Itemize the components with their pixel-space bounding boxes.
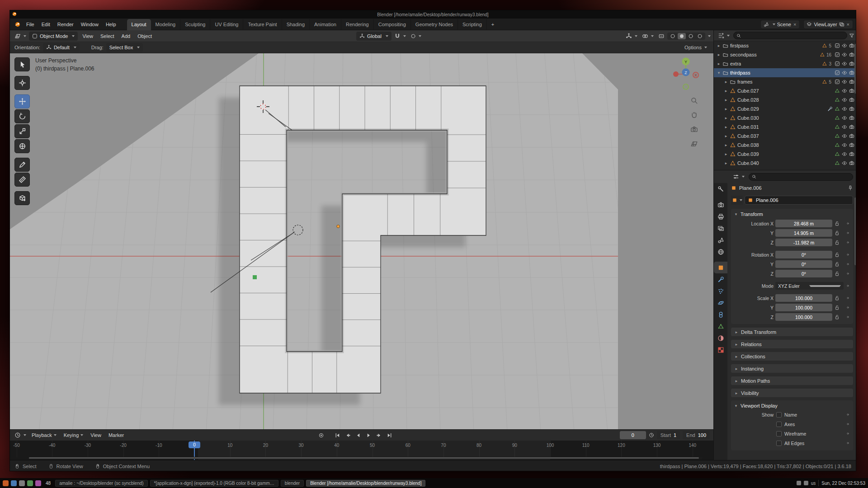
eye-icon[interactable] bbox=[842, 160, 847, 166]
eye-icon[interactable] bbox=[842, 115, 847, 121]
lock-icon[interactable] bbox=[834, 314, 840, 320]
animate-dot[interactable] bbox=[845, 422, 850, 427]
workspace-tab-texture-paint[interactable]: Texture Paint bbox=[243, 19, 282, 30]
outliner-row-cube-037[interactable]: ▸Cube.037 bbox=[714, 131, 856, 141]
taskbar-window[interactable]: *[application-x-dgn] (exported)-1.0 (RGB… bbox=[150, 480, 278, 487]
tool-annotate[interactable] bbox=[14, 158, 30, 172]
outliner-row-extra[interactable]: ▸extra3 bbox=[714, 59, 856, 68]
disclosure-triangle[interactable]: ▸ bbox=[724, 80, 728, 84]
properties-tab-render[interactable] bbox=[714, 199, 727, 211]
eye-icon[interactable] bbox=[842, 43, 847, 48]
properties-tab-object-data[interactable] bbox=[714, 320, 727, 332]
frame-start-field[interactable]: Start 1 bbox=[657, 431, 680, 439]
outliner-row-cube-038[interactable]: ▸Cube.038 bbox=[714, 141, 856, 150]
navigation-gizmo[interactable]: Y Z X bbox=[670, 57, 702, 93]
animate-dot[interactable] bbox=[845, 240, 850, 245]
lock-icon[interactable] bbox=[834, 261, 840, 267]
object-name-field[interactable]: Plane.006 bbox=[745, 196, 853, 205]
next-keyframe-button[interactable] bbox=[374, 431, 383, 439]
collection-checkbox[interactable] bbox=[835, 43, 840, 48]
eye-icon[interactable] bbox=[842, 61, 847, 66]
xray-toggle[interactable] bbox=[656, 32, 666, 41]
tray-icon[interactable] bbox=[797, 481, 801, 485]
animate-dot[interactable] bbox=[845, 441, 850, 446]
play-reverse-button[interactable] bbox=[354, 431, 363, 439]
viewport-menu-object[interactable]: Object bbox=[134, 31, 156, 42]
timeline-menu-playback[interactable]: Playback bbox=[28, 430, 60, 441]
taskbar-window[interactable]: amalie : ~/Desktop/blender (sc syncblend… bbox=[55, 480, 147, 487]
playhead-chip[interactable]: 0 bbox=[189, 441, 200, 448]
gizmo-x-neg-ball[interactable] bbox=[673, 71, 679, 77]
eye-icon[interactable] bbox=[842, 124, 847, 130]
stopwatch-icon[interactable] bbox=[649, 432, 654, 438]
animate-dot[interactable] bbox=[845, 221, 850, 226]
shading-material-button[interactable] bbox=[687, 33, 695, 39]
app-menu-button[interactable] bbox=[13, 20, 23, 29]
timeline-menu-view[interactable]: View bbox=[87, 430, 105, 441]
workspace-tab-geometry-nodes[interactable]: Geometry Nodes bbox=[411, 19, 458, 30]
copy-icon[interactable] bbox=[839, 22, 844, 27]
workspace-tab-rendering[interactable]: Rendering bbox=[341, 19, 374, 30]
text-editor-icon[interactable] bbox=[27, 480, 33, 486]
viewport-menu-view[interactable]: View bbox=[79, 31, 97, 42]
outliner-row-cube-031[interactable]: ▸Cube.031 bbox=[714, 122, 856, 131]
outliner-row-firstpass[interactable]: ▸firstpass5 bbox=[714, 41, 856, 50]
shading-rendered-button[interactable] bbox=[696, 33, 704, 39]
animate-dot[interactable] bbox=[845, 305, 850, 310]
disclosure-triangle[interactable]: ▸ bbox=[724, 116, 728, 120]
eye-icon[interactable] bbox=[842, 52, 847, 57]
shading-solid-button[interactable] bbox=[678, 33, 686, 39]
ortho-grid-icon[interactable] bbox=[690, 140, 698, 148]
eye-icon[interactable] bbox=[842, 97, 847, 103]
eye-icon[interactable] bbox=[842, 88, 847, 94]
outliner-editor-type-button[interactable] bbox=[716, 31, 731, 40]
transform-panel-header[interactable]: ▾ Transform bbox=[734, 210, 850, 218]
pin-icon[interactable] bbox=[848, 185, 853, 191]
timeline-scrollbar[interactable] bbox=[28, 457, 703, 459]
options-dropdown[interactable]: Options bbox=[683, 43, 709, 52]
lock-icon[interactable] bbox=[834, 271, 840, 277]
menu-file[interactable]: File bbox=[23, 19, 38, 30]
filter-icon[interactable] bbox=[849, 33, 854, 38]
eye-icon[interactable] bbox=[842, 106, 847, 112]
disclosure-triangle[interactable]: ▸ bbox=[724, 89, 728, 93]
camera-icon[interactable] bbox=[849, 97, 854, 103]
animate-dot[interactable] bbox=[845, 431, 850, 436]
eye-icon[interactable] bbox=[842, 133, 847, 139]
properties-tab-modifiers[interactable] bbox=[714, 273, 727, 285]
prev-keyframe-button[interactable] bbox=[343, 431, 352, 439]
outliner-row-cube-029[interactable]: ▸Cube.029 bbox=[714, 104, 856, 113]
shading-wireframe-button[interactable] bbox=[669, 33, 677, 39]
outliner-row-cube-039[interactable]: ▸Cube.039 bbox=[714, 150, 856, 159]
animate-dot[interactable] bbox=[845, 283, 850, 288]
workspace-tab-shading[interactable]: Shading bbox=[282, 19, 310, 30]
tool-tweak-select[interactable] bbox=[14, 57, 30, 71]
properties-tab-tool[interactable] bbox=[714, 183, 727, 195]
properties-tab-physics[interactable] bbox=[714, 297, 727, 309]
camera-icon[interactable] bbox=[849, 160, 854, 166]
number-field[interactable]: -11.982 m bbox=[775, 239, 832, 246]
workspace-tab-modeling[interactable]: Modeling bbox=[151, 19, 181, 30]
taskbar-window[interactable]: blender bbox=[281, 480, 304, 487]
panel-delta-transform[interactable]: ▸Delta Transform bbox=[731, 328, 853, 336]
viewport-3d[interactable]: User Perspective (0) thirdpass | Plane.0… bbox=[10, 53, 713, 429]
properties-tab-particles[interactable] bbox=[714, 285, 727, 297]
mode-dropdown[interactable]: Object Mode bbox=[29, 32, 78, 41]
number-field[interactable]: 14.905 m bbox=[775, 229, 832, 237]
add-workspace-button[interactable]: + bbox=[487, 19, 499, 30]
properties-tab-constraints[interactable] bbox=[714, 309, 727, 320]
drag-mode-dropdown[interactable]: Select Box bbox=[106, 43, 143, 52]
timeline-ruler[interactable]: -50-40-30-20-100102030405060708090100110… bbox=[10, 441, 713, 460]
orientation-default-dropdown[interactable]: Default bbox=[43, 43, 80, 52]
timeline-menu-marker[interactable]: Marker bbox=[105, 430, 127, 441]
current-frame-field[interactable]: 0 bbox=[620, 431, 646, 439]
selected-marker[interactable] bbox=[253, 275, 257, 279]
taskbar-window[interactable]: Blender [/home/amalie/Desktop/blender/ru… bbox=[306, 480, 425, 487]
viewport-display-header[interactable]: ▾ Viewport Display bbox=[734, 402, 850, 410]
properties-tab-scene[interactable] bbox=[714, 234, 727, 246]
disclosure-triangle[interactable]: ▸ bbox=[717, 61, 721, 66]
chevron-down-icon[interactable] bbox=[708, 35, 711, 37]
properties-tab-world[interactable] bbox=[714, 246, 727, 258]
properties-search-input[interactable] bbox=[758, 174, 850, 180]
eye-icon[interactable] bbox=[842, 79, 847, 84]
